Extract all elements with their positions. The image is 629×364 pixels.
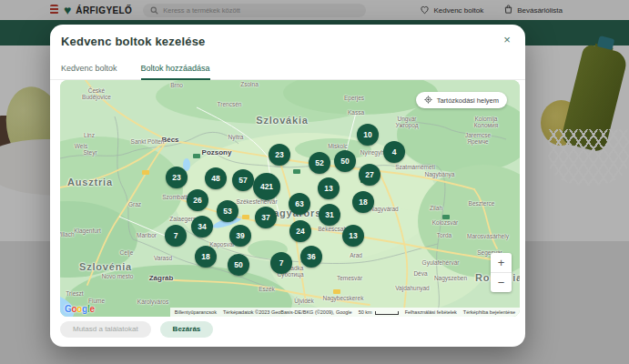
store-cluster-marker[interactable]: 48 [205, 167, 227, 189]
store-cluster-marker[interactable]: 52 [309, 152, 330, 174]
store-cluster-marker[interactable]: 27 [359, 164, 380, 186]
store-cluster-marker[interactable]: 26 [187, 189, 208, 211]
store-cluster-marker[interactable]: 37 [255, 207, 277, 228]
store-cluster-marker[interactable]: 421 [253, 173, 280, 200]
store-cluster-marker[interactable]: 34 [191, 216, 213, 238]
store-cluster-marker[interactable]: 10 [357, 124, 379, 146]
store-cluster-marker[interactable]: 24 [289, 220, 311, 242]
locate-me-label: Tartózkodási helyem [437, 96, 499, 105]
tab-kedvenc-boltok[interactable]: Kedvenc boltok [61, 59, 117, 80]
map-data-attribution: Térképadatok ©2023 GeoBasis-DE/BKG (©200… [223, 309, 352, 315]
map-canvas[interactable]: SzlovákiaAusztriaMagyarországSzlovéniaRo… [60, 80, 520, 317]
store-cluster-marker[interactable]: 50 [334, 150, 356, 172]
map-zoom-control: + − [491, 253, 512, 292]
store-cluster-marker[interactable]: 31 [319, 204, 340, 226]
page: ♥ ÁRFIGYELŐ Keress a termékek között Ked… [0, 0, 629, 364]
close-button[interactable]: Bezárás [160, 321, 214, 338]
map-attribution-bar: BillentyűparancsokTérképadatok ©2023 Geo… [170, 308, 520, 317]
zoom-out-button[interactable]: − [491, 273, 512, 292]
store-cluster-marker[interactable]: 13 [342, 225, 364, 247]
locate-target-icon [424, 96, 432, 106]
locate-me-button[interactable]: Tartózkodási helyem [416, 92, 507, 108]
store-cluster-marker[interactable]: 7 [165, 225, 187, 247]
scale-bar [375, 311, 399, 315]
favorite-stores-modal: Kedvenc boltok kezelése × Kedvenc boltok… [50, 25, 525, 347]
zoom-in-button[interactable]: + [491, 253, 512, 272]
modal-footer: Mutasd a találatokat Bezárás [60, 321, 213, 338]
store-cluster-marker[interactable]: 4 [383, 141, 405, 163]
show-results-button[interactable]: Mutasd a találatokat [60, 321, 151, 338]
store-cluster-marker[interactable]: 53 [217, 200, 238, 222]
store-cluster-marker[interactable]: 18 [195, 246, 217, 268]
tab-boltok-hozzáadása[interactable]: Boltok hozzáadása [141, 59, 210, 80]
store-cluster-marker[interactable]: 13 [318, 177, 340, 199]
modal-tabs: Kedvenc boltokBoltok hozzáadása [50, 59, 525, 80]
store-cluster-marker[interactable]: 36 [300, 246, 322, 268]
close-icon[interactable]: × [500, 33, 514, 47]
store-cluster-marker[interactable]: 18 [352, 191, 374, 213]
store-cluster-marker[interactable]: 23 [166, 167, 188, 188]
keyboard-shortcuts-link[interactable]: Billentyűparancsok [175, 309, 217, 315]
store-cluster-marker[interactable]: 39 [229, 225, 251, 247]
store-cluster-marker[interactable]: 23 [269, 144, 290, 166]
terms-link[interactable]: Felhasználási feltételek [405, 309, 457, 315]
google-logo[interactable]: Google [65, 304, 95, 314]
modal-title: Kedvenc boltok kezelése [61, 35, 206, 48]
report-map-error-link[interactable]: Térképhiba bejelentése [463, 309, 515, 315]
map-scale: 50 km [359, 309, 399, 315]
store-cluster-marker[interactable]: 7 [270, 252, 292, 274]
store-cluster-marker[interactable]: 57 [232, 169, 254, 191]
store-cluster-marker[interactable]: 63 [289, 193, 310, 215]
store-cluster-marker[interactable]: 50 [228, 254, 249, 276]
scale-label: 50 km [359, 309, 372, 315]
